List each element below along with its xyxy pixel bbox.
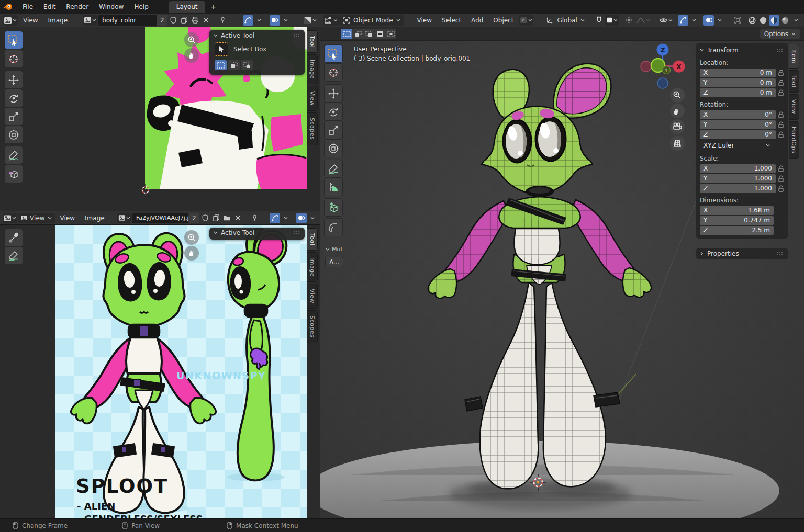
shading-solid-button[interactable] [758,15,768,26]
dimensions-x-field[interactable]: X1.68 m [700,206,774,215]
image-top-menu-image[interactable]: Image [43,15,72,26]
fake-user-shield-button[interactable] [200,213,210,223]
shading-wireframe-button[interactable] [747,15,757,26]
tool-annotate[interactable] [5,247,23,264]
tool-rounded-corner[interactable] [325,219,342,236]
scale-z-field[interactable]: Z1.000 [700,184,776,193]
editor-type-button[interactable] [3,213,17,223]
tool-measure[interactable] [325,178,342,196]
fake-user-shield-button[interactable] [168,15,178,26]
unlink-image-button[interactable] [233,213,243,223]
gizmos-dropdown[interactable] [689,15,699,26]
tab-scopes[interactable]: Scopes [307,112,318,145]
mode-dropdown[interactable]: Object Mode [339,15,404,26]
sidebar-properties-panel[interactable]: Properties [696,248,788,259]
overlays-toggle[interactable] [270,15,280,26]
lock-open-icon[interactable] [778,175,784,182]
add-workspace-button[interactable]: + [206,2,221,12]
pin-image-button[interactable] [218,15,228,26]
overlays-dropdown[interactable] [714,15,725,26]
image-name-field[interactable]: Fa2yjVOWIAAeJ7j.jpg [132,213,188,223]
lock-open-icon[interactable] [778,89,784,96]
browse-image-button[interactable] [83,15,97,26]
xray-toggle[interactable] [732,15,743,26]
zoom-in-button[interactable] [184,230,199,245]
rotation-z-field[interactable]: Z0° [700,130,776,139]
tool-move[interactable] [325,85,342,102]
display-mode-dropdown[interactable]: View [18,213,55,223]
shading-rendered-button[interactable] [780,15,790,26]
sidebar-tab-view[interactable]: View [789,94,799,119]
rotation-mode-dropdown[interactable]: XYZ Euler [700,141,774,150]
viewport-menu-object[interactable]: Object [488,15,518,26]
mode-subtract-button[interactable] [241,60,253,70]
tab-scopes[interactable]: Scopes [307,310,318,343]
rotation-y-field[interactable]: Y0° [700,120,776,129]
scale-x-field[interactable]: X1.000 [700,164,776,173]
zoom-button[interactable] [670,88,685,103]
editor-type-button[interactable] [323,15,339,26]
tool-transform[interactable] [5,126,23,143]
tool-cursor[interactable] [5,50,23,67]
pan-hand-button[interactable] [184,246,199,261]
tool-sample-box[interactable] [5,165,23,183]
editor-type-button[interactable] [3,15,18,26]
image-users-count[interactable]: 2 [157,15,168,26]
gizmos-dropdown[interactable] [254,15,264,26]
panel-grip-icon[interactable] [777,48,784,52]
open-image-button[interactable] [222,213,232,223]
panel-grip-icon[interactable] [293,33,300,38]
sidebar-tab-tool[interactable]: Tool [789,70,799,93]
image-bottom-menu-view[interactable]: View [55,213,80,223]
new-image-button[interactable] [211,213,221,223]
menu-edit[interactable]: Edit [39,2,60,12]
select-box-tool-icon[interactable] [215,42,228,56]
tab-view[interactable]: View [307,284,318,309]
viewport-menu-select[interactable]: Select [437,15,466,26]
menu-window[interactable]: Window [94,2,128,12]
tool-fallback-dropdown[interactable] [519,15,533,26]
tool-annotate[interactable] [325,160,342,177]
lock-open-icon[interactable] [778,131,784,138]
tool-select-box[interactable] [5,31,23,49]
blender-logo-icon[interactable] [3,3,14,11]
select-mode-extend[interactable] [352,29,363,39]
tool-add-cube[interactable] [325,199,342,216]
tab-image[interactable]: Image [307,252,318,282]
gizmos-toggle[interactable] [270,213,280,223]
tab-view[interactable]: View [307,86,318,111]
lock-open-icon[interactable] [778,80,784,86]
display-channels-button[interactable] [303,15,318,26]
image-name-field[interactable]: body_color [98,15,157,26]
tool-annotate[interactable] [5,146,23,164]
orientation-dropdown[interactable]: Global [543,15,587,26]
menu-file[interactable]: File [18,2,38,12]
tool-scale[interactable] [325,121,342,139]
chevron-down-icon[interactable] [700,49,704,52]
chevron-down-icon[interactable] [214,231,218,234]
gizmos-toggle[interactable] [678,15,688,26]
snap-target-dropdown[interactable] [605,15,619,26]
lock-open-icon[interactable] [778,70,784,76]
tab-tool[interactable]: Tool [307,228,318,251]
panel-grip-icon[interactable] [293,231,300,235]
proportional-editing-toggle[interactable] [624,15,634,26]
gizmos-toggle[interactable] [243,15,253,26]
location-x-field[interactable]: X0 m [700,69,776,77]
select-mode-set[interactable] [341,29,352,39]
sidebar-tab-item[interactable]: Item [789,44,799,69]
lock-open-icon[interactable] [778,121,784,128]
viewport-menu-add[interactable]: Add [466,15,488,26]
overlays-dropdown[interactable] [281,15,291,26]
reference-image-canvas[interactable]: UNKNOWNSPY SPLOOT - ALIEN - GENDERLESS/S… [55,225,307,518]
tool-cursor[interactable] [325,64,342,81]
dimensions-y-field[interactable]: Y0.747 m [700,216,774,225]
options-dropdown[interactable]: Options [760,29,800,39]
viewport-menu-view[interactable]: View [412,15,437,26]
select-mode-subtract[interactable] [363,29,374,39]
mode-extend-button[interactable] [228,60,240,70]
overlays-dropdown[interactable] [307,213,318,223]
unlink-image-button[interactable] [201,15,211,26]
tool-select-box[interactable] [325,45,342,62]
browse-image-button[interactable] [117,213,131,223]
